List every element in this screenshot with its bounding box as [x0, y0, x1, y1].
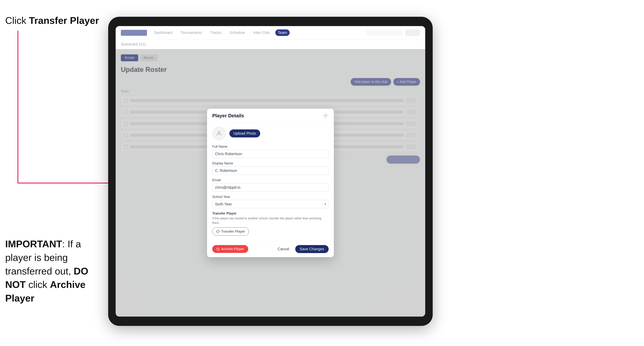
app-logo: [121, 30, 147, 36]
nav-tournaments[interactable]: Tournaments: [178, 29, 205, 36]
display-name-input[interactable]: [212, 167, 328, 175]
tablet-device: Dashboard Tournaments Tracks Schedule In…: [108, 17, 433, 326]
header-right: [366, 29, 420, 36]
school-year-select-wrapper: First Year Second Year Third Year Fourth…: [212, 200, 328, 208]
nav-tracks[interactable]: Tracks: [208, 29, 224, 36]
email-group: Email: [212, 178, 328, 192]
email-label: Email: [212, 178, 328, 182]
transfer-icon: [216, 229, 220, 233]
instruction-highlight: Transfer Player: [29, 15, 99, 26]
archive-player-label: Archive Player: [221, 247, 244, 251]
email-input[interactable]: [212, 183, 328, 192]
cancel-button[interactable]: Cancel: [275, 245, 292, 253]
sub-header: Scorecard (11): [116, 39, 425, 49]
modal-overlay: Player Details ×: [116, 49, 425, 317]
full-name-input[interactable]: [212, 150, 328, 158]
archive-player-button[interactable]: Archive Player: [212, 245, 248, 253]
breadcrumb: Scorecard (11): [121, 42, 146, 46]
important-label: IMPORTANT: If a player is being transfer…: [5, 239, 88, 304]
display-name-group: Display Name: [212, 162, 328, 175]
nav-schedule[interactable]: Schedule: [227, 29, 248, 36]
modal-footer: Archive Player Cancel Save Changes: [207, 242, 334, 257]
school-year-select[interactable]: First Year Second Year Third Year Fourth…: [212, 200, 328, 208]
modal-body: Upload Photo Full Name Display Name: [207, 122, 334, 242]
display-name-label: Display Name: [212, 162, 328, 165]
nav-interclub[interactable]: Inter-Club: [251, 29, 272, 36]
tablet-screen: Dashboard Tournaments Tracks Schedule In…: [116, 26, 425, 317]
sign-out-button[interactable]: [405, 29, 420, 36]
transfer-player-label: Transfer Player: [221, 229, 245, 233]
archive-icon: [216, 247, 220, 251]
school-year-label: School Year: [212, 195, 328, 199]
transfer-player-button[interactable]: Transfer Player: [212, 227, 249, 236]
svg-point-0: [218, 131, 220, 134]
user-avatar-pill: [366, 29, 403, 36]
instruction-top: Click Transfer Player: [5, 15, 99, 26]
modal-close-button[interactable]: ×: [323, 113, 328, 119]
instruction-bottom: IMPORTANT: If a player is being transfer…: [5, 237, 104, 305]
transfer-player-section: Transfer Player If this player has moved…: [212, 211, 328, 236]
transfer-section-description: If this player has moved to another scho…: [212, 216, 328, 225]
modal-title: Player Details: [212, 113, 244, 119]
avatar: [212, 127, 226, 140]
upload-photo-button[interactable]: Upload Photo: [230, 129, 260, 138]
svg-line-2: [217, 248, 219, 250]
annotation-line-vertical: [18, 31, 18, 183]
school-year-group: School Year First Year Second Year Third…: [212, 195, 328, 208]
nav-dashboard[interactable]: Dashboard: [152, 29, 175, 36]
save-changes-button[interactable]: Save Changes: [295, 245, 328, 253]
footer-right: Cancel Save Changes: [275, 245, 328, 253]
content-area: Roster Alumni Update Roster Add player t…: [116, 49, 425, 317]
full-name-label: Full Name: [212, 145, 328, 149]
modal-header: Player Details ×: [207, 109, 334, 122]
instruction-prefix: Click: [5, 15, 29, 26]
nav-items: Dashboard Tournaments Tracks Schedule In…: [152, 29, 361, 36]
app-header: Dashboard Tournaments Tracks Schedule In…: [116, 26, 425, 39]
avatar-upload-row: Upload Photo: [212, 127, 328, 140]
nav-team[interactable]: Team: [275, 29, 290, 36]
player-details-modal: Player Details ×: [207, 109, 334, 257]
full-name-group: Full Name: [212, 145, 328, 158]
transfer-section-label: Transfer Player: [212, 211, 328, 215]
